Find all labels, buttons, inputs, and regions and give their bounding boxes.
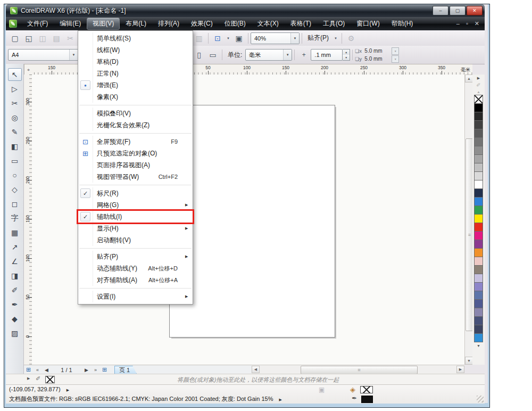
menubar-item[interactable]: 编辑(E) [54,18,87,30]
vertical-ruler[interactable]: 300250200150100500 [24,75,32,365]
snap-caret-icon[interactable]: ▼ [333,32,338,44]
palette-scroll-up-icon[interactable]: ▲ [472,88,485,95]
menubar-item[interactable]: 表格(T) [285,18,317,30]
view-menu-item-page-sorter-view[interactable]: 页面排序器视图(A) [78,159,193,171]
view-menu-item-simple-wireframe[interactable]: 简单线框(S) [78,32,193,44]
scroll-down-icon[interactable]: ▼ [465,357,473,365]
duplicate-x-value[interactable]: 5.0 mm [364,48,390,54]
landscape-icon[interactable]: ▭ [207,49,219,61]
previous-page-icon[interactable]: ◀ [42,367,51,373]
color-swatch[interactable] [474,171,483,180]
view-menu-item-preview-selected-only[interactable]: ⊞只预览选定的对象(O) [78,147,193,159]
dimension-tool[interactable]: ↗ [8,241,22,253]
spin-up-icon[interactable]: ▲ [343,50,350,55]
view-menu-item-full-screen-preview[interactable]: ⊡全屏预览(F)F9 [78,136,193,147]
last-page-icon[interactable]: » [91,367,100,373]
rectangle-tool[interactable]: ▭ [8,154,22,167]
minimize-button[interactable]: – [433,6,448,15]
nudge-spinner[interactable]: ▲ ▼ [343,49,350,61]
new-document-icon[interactable]: ▢ [9,32,21,44]
horizontal-scrollbar[interactable]: ◀ ≡ ▶ [252,365,464,374]
scroll-right-icon[interactable]: ▶ [456,366,464,373]
blend-tool[interactable]: ◨ [8,269,22,282]
color-swatch[interactable] [474,214,483,223]
document-palette-no-color-swatch[interactable] [45,376,55,383]
duplicate-x-caret-icon[interactable]: ▼ [392,47,399,55]
zoom-caret-icon[interactable]: ▼ [290,33,299,44]
view-menu-item-setup[interactable]: 设置(I)▶ [78,291,193,302]
page-size-combo[interactable]: A4 ▼ [8,49,78,61]
maximize-button[interactable]: ▢ [450,6,466,15]
table-tool[interactable]: ▦ [8,226,22,239]
color-swatch[interactable] [474,291,483,300]
mdi-minimize-button[interactable]: – [456,20,460,27]
color-swatch[interactable] [474,112,483,121]
view-menu-item-draft[interactable]: 草稿(D) [78,56,193,68]
scroll-left-icon[interactable]: ◀ [252,366,260,373]
fullscreen-preview-button[interactable]: ⊡ [212,32,223,44]
units-combo[interactable]: 毫米 ▼ [245,49,292,61]
view-menu-item-guidelines[interactable]: ✓辅助线(I) [78,211,193,223]
polygon-tool[interactable]: ◇ [8,183,22,196]
nudge-field[interactable]: .1 mm [311,49,343,61]
pick-tool[interactable]: ↖ [8,68,22,81]
color-swatch[interactable] [474,180,483,189]
ellipse-tool[interactable]: ○ [8,169,22,182]
color-swatch[interactable] [474,223,483,232]
freehand-tool[interactable]: ✎ [8,126,22,138]
view-menu-item-show[interactable]: 显示(H)▶ [78,223,193,234]
menubar-item[interactable]: 窗口(W) [351,18,385,30]
connector-tool[interactable]: ∠ [8,255,22,268]
menubar-item[interactable]: 效果(C) [185,18,219,30]
menubar-item[interactable]: 文本(X) [252,18,285,30]
no-color-swatch[interactable] [474,95,483,104]
open-icon[interactable]: ◱ [23,32,35,44]
next-page-icon[interactable]: ▶ [82,367,91,373]
color-swatch[interactable] [474,282,483,291]
color-swatch[interactable] [474,316,483,325]
snap-to-button[interactable]: 贴齐(P) [307,34,329,43]
menubar-item[interactable]: 文件(F) [21,18,54,30]
menubar-item[interactable]: 视图(V) [87,18,120,30]
view-menu-item-normal[interactable]: 正常(N) [78,68,193,79]
duplicate-y-value[interactable]: 5.0 mm [364,56,390,62]
color-swatch[interactable] [474,146,483,155]
interactive-fill-tool[interactable]: ▨ [8,327,22,340]
zoom-tool[interactable]: ◎ [8,111,22,124]
view-menu-item-view-manager[interactable]: 视图管理器(W)Ctrl+F2 [78,171,193,183]
first-page-icon[interactable]: « [33,367,42,373]
vertical-scrollbar[interactable]: ▲ ≡ ▼ [464,75,473,365]
color-swatch[interactable] [474,248,483,257]
units-caret-icon[interactable]: ▼ [283,50,292,60]
color-swatch[interactable] [474,274,483,283]
document-palette-flyout-icon[interactable]: ▶ [27,376,30,381]
color-swatch[interactable] [474,188,483,198]
view-menu-item-simulate-overprints[interactable]: 模拟叠印(V) [78,108,193,119]
color-profile-flyout-icon[interactable]: ▶ [279,398,281,401]
color-swatch[interactable] [474,103,483,112]
color-swatch[interactable] [474,325,483,334]
fullscreen-preview-caret-icon[interactable]: ▼ [226,32,231,44]
page-tab[interactable]: 页 1 [114,366,137,374]
document-palette-eyedropper-icon[interactable]: ✐ [36,375,40,382]
zoom-level-combo[interactable]: 40% ▼ [251,32,300,44]
view-menu-item-snap-to[interactable]: 贴齐(P)▶ [78,251,193,262]
crop-tool[interactable]: ✂ [8,97,22,110]
menubar-item[interactable]: 位图(B) [219,18,252,30]
color-swatch[interactable] [474,197,483,206]
view-menu-item-wireframe[interactable]: 线框(W) [78,44,193,56]
color-swatch[interactable] [474,299,483,308]
color-swatch[interactable] [474,265,483,274]
color-swatch[interactable] [474,333,483,342]
color-swatch[interactable] [474,206,483,215]
color-swatch[interactable] [474,240,483,249]
eyedropper-tool[interactable]: ✐ [8,284,22,297]
window-resize-grip[interactable] [477,396,484,402]
fill-tool[interactable]: ◆ [8,313,22,325]
palette-flyout-icon[interactable]: ▶ [472,75,485,81]
horizontal-scroll-thumb[interactable]: ≡ [301,366,418,374]
color-swatch[interactable] [474,308,483,317]
coordinates-flyout-icon[interactable]: ▶ [66,388,69,392]
basic-shapes-tool[interactable]: ◻ [8,198,22,210]
color-swatch[interactable] [474,120,483,129]
